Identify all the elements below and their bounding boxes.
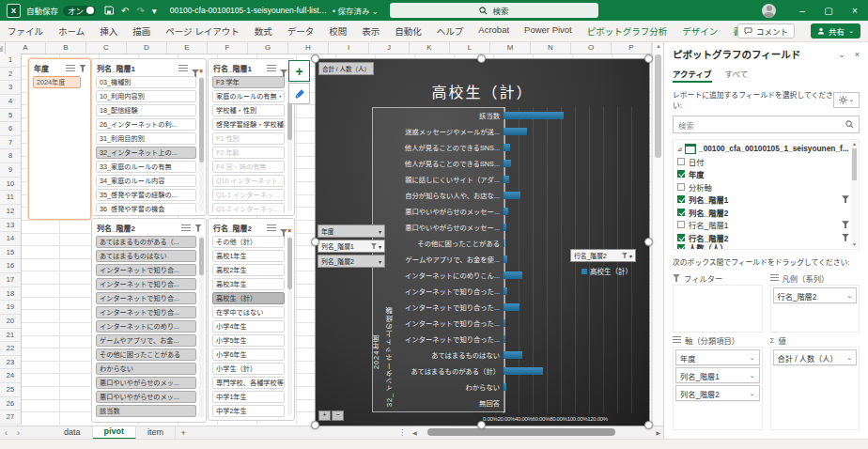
selection-handle[interactable] (644, 421, 653, 429)
scrollbar-thumb[interactable] (655, 54, 661, 158)
row-header[interactable]: 9 (0, 163, 21, 178)
column-header[interactable]: D (127, 41, 167, 54)
column-header[interactable]: F (208, 41, 248, 54)
chart-bar[interactable] (504, 335, 505, 343)
slicer-item[interactable]: F2 年齢 (212, 147, 285, 159)
clear-filter-icon[interactable]: × (192, 64, 202, 72)
row-header[interactable]: 20 (0, 315, 21, 329)
undo-icon[interactable]: ↶ (121, 6, 129, 16)
chart-bar[interactable] (504, 208, 508, 215)
slicer-item[interactable]: その他（計） (212, 236, 285, 248)
ribbon-tab[interactable]: 自動化 (387, 24, 429, 38)
chart-elements-button[interactable]: + (288, 60, 310, 82)
add-sheet-button[interactable]: + (176, 426, 191, 440)
sheet-nav-prev-icon[interactable]: ‹ (0, 426, 12, 440)
slicer-rowname-level2[interactable]: 行名_階層2 × その他（計）高校1年生高校2年生高校3年生高校生（計）在学中で… (208, 218, 295, 421)
column-header[interactable]: H (288, 41, 329, 54)
row-header[interactable]: 21 (0, 329, 21, 343)
row-header[interactable]: 25 (0, 383, 21, 397)
slicer-item[interactable]: Q1-1 インターネッ... (212, 189, 285, 201)
chart-bar[interactable] (504, 287, 507, 295)
close-button[interactable]: × (842, 6, 868, 16)
ribbon-tab[interactable]: ホーム (51, 24, 92, 38)
selection-handle[interactable] (311, 421, 319, 429)
slicer-scrollbar[interactable] (199, 76, 204, 211)
field-chip[interactable]: 年度⌄ (675, 349, 760, 365)
row-header[interactable]: 14 (0, 232, 21, 246)
selection-handle[interactable] (644, 54, 653, 63)
slicer-item[interactable]: 2024年度 (33, 76, 81, 88)
column-header[interactable]: J (369, 41, 410, 54)
field-row[interactable]: 行名_階層1 (677, 219, 849, 232)
row-header[interactable]: 24 (0, 369, 21, 383)
selection-handle[interactable] (477, 421, 486, 429)
comments-button[interactable]: コメント (737, 23, 795, 39)
row-header[interactable]: 12 (0, 205, 21, 219)
chart-value-field-button[interactable]: 合計 / 人数（人） (318, 62, 374, 75)
column-header[interactable]: K (410, 41, 450, 54)
fields-search-input[interactable]: 検索 (673, 116, 860, 133)
slicer-item[interactable]: 33_家庭のルールの有無 (96, 161, 196, 173)
row-header[interactable]: 10 (0, 178, 21, 192)
selection-handle[interactable] (644, 238, 653, 246)
ribbon-tab[interactable]: データ (280, 24, 322, 38)
scroll-down-icon[interactable]: ▼ (851, 241, 858, 247)
slicer-nendo[interactable]: 年度 2024年度 (28, 58, 91, 220)
field-row[interactable]: 行名_階層2 (677, 231, 849, 244)
ribbon-tab[interactable]: 挿入 (92, 24, 125, 38)
field-checkbox[interactable] (677, 221, 685, 228)
scrollbar-track[interactable] (420, 428, 654, 436)
column-header[interactable]: A (6, 41, 46, 54)
slicer-item[interactable]: 学校種・性別 (212, 104, 285, 116)
column-header[interactable]: B (46, 41, 86, 54)
slicer-scrollbar[interactable] (199, 236, 204, 418)
slicer-item[interactable]: あてはまるものがある（... (96, 236, 196, 248)
field-checkbox[interactable] (677, 170, 685, 178)
slicer-item[interactable]: 36_啓発や学習の機会 (96, 203, 196, 212)
field-checkbox[interactable] (677, 158, 685, 165)
slicer-item[interactable]: 中学2年生 (212, 405, 285, 417)
chart-legend[interactable]: 高校生（計） (581, 266, 632, 276)
multiselect-icon[interactable] (178, 65, 188, 72)
chart-legend-field-button[interactable]: 行名_階層2 ▾ (570, 249, 636, 262)
sheet-tab[interactable]: data (53, 426, 93, 440)
sheet-tab[interactable]: pivot (93, 426, 137, 440)
filters-dropzone[interactable] (673, 285, 763, 333)
ribbon-tab[interactable]: 校閲 (321, 24, 354, 38)
ribbon-tab[interactable]: ページ レイアウト (158, 24, 246, 38)
chart-bar[interactable] (504, 367, 543, 375)
column-header[interactable]: O (571, 41, 612, 54)
field-chip[interactable]: 行名_階層2⌄ (773, 287, 858, 303)
slicer-item[interactable]: 啓発学習経験・学校種別 (212, 118, 285, 131)
column-header[interactable]: C (86, 41, 127, 54)
save-status[interactable]: • 保存済み ⌄ (333, 5, 379, 16)
column-header[interactable]: P (612, 41, 652, 54)
save-icon[interactable] (104, 6, 114, 15)
selection-handle[interactable] (311, 54, 319, 63)
chart-bar[interactable] (504, 128, 527, 135)
field-row[interactable]: 列名_階層2 (677, 206, 849, 219)
row-header[interactable]: 6 (0, 122, 21, 136)
chart-bar[interactable] (504, 160, 511, 167)
row-header[interactable]: 1 (0, 54, 21, 68)
select-all-corner[interactable] (0, 41, 6, 54)
slicer-item[interactable]: 高校2年生 (212, 264, 285, 276)
field-checkbox[interactable] (677, 183, 685, 191)
slicer-item[interactable]: 34_家庭のルール内容 (96, 175, 196, 187)
autosave-toggle[interactable]: オン (63, 6, 96, 16)
slicer-item[interactable]: 家庭のルールの有無・学... (212, 90, 285, 102)
clear-filter-icon[interactable]: × (280, 224, 290, 232)
selection-handle[interactable] (477, 54, 486, 63)
chart-styles-button[interactable] (288, 83, 310, 104)
slicer-item[interactable]: 35_啓発や学習の経験の... (96, 189, 196, 201)
document-title[interactable]: 00100-cfa-00100105-1-seisyounen-full-lis… (170, 6, 327, 15)
ribbon-tab[interactable]: デザイン (674, 24, 725, 38)
panel-close-icon[interactable]: × (855, 50, 860, 59)
chart-bar[interactable] (504, 271, 522, 279)
chart-bar[interactable] (504, 224, 506, 231)
search-box[interactable]: 検索 (390, 3, 598, 18)
field-list-scrollbar[interactable]: ▲ ▼ (851, 141, 858, 248)
slicer-item[interactable]: Q10 インターネット... (212, 175, 285, 187)
row-header[interactable]: 4 (0, 95, 21, 109)
multiselect-icon[interactable] (181, 224, 191, 232)
